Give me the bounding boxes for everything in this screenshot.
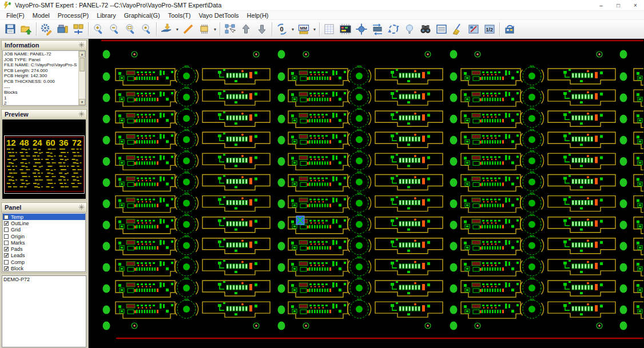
- tooling-hole[interactable]: [278, 242, 285, 250]
- flip-layer-dropdown-icon[interactable]: ▼: [174, 21, 180, 37]
- preview-thumbnail[interactable]: 124824603672: [4, 135, 85, 194]
- menu-item-model[interactable]: Model: [29, 11, 54, 20]
- move-up-button[interactable]: [238, 21, 254, 37]
- zoom-window-button[interactable]: [122, 21, 138, 37]
- export-machine-button[interactable]: [502, 21, 518, 37]
- tooling-hole[interactable]: [278, 322, 285, 330]
- tooling-hole[interactable]: [620, 285, 627, 293]
- menu-item-tools-t[interactable]: Tools(T): [164, 11, 195, 20]
- tooling-hole[interactable]: [450, 242, 458, 250]
- tooling-hole[interactable]: [103, 322, 110, 330]
- tooling-hole[interactable]: [450, 178, 458, 187]
- tooling-hole[interactable]: [450, 221, 458, 229]
- tooling-hole[interactable]: [450, 306, 458, 314]
- tooling-hole[interactable]: [103, 94, 110, 102]
- board-size-button[interactable]: [369, 21, 385, 37]
- tooling-hole[interactable]: [620, 73, 627, 81]
- import-button[interactable]: [18, 21, 34, 37]
- tooling-hole[interactable]: [450, 322, 458, 330]
- highlight-button[interactable]: [401, 21, 418, 37]
- tooling-hole[interactable]: [278, 50, 285, 59]
- board-half-1-button[interactable]: [466, 21, 482, 37]
- minimize-button[interactable]: –: [593, 0, 610, 10]
- tooling-hole[interactable]: [278, 94, 285, 102]
- board-half-2-button[interactable]: 1/2: [482, 21, 498, 37]
- tooling-hole[interactable]: [278, 199, 285, 208]
- checkbox-outline[interactable]: [4, 221, 9, 226]
- job-item-demo-p72[interactable]: DEMO-P72: [3, 277, 85, 282]
- tooling-hole[interactable]: [620, 322, 627, 330]
- tooling-hole[interactable]: [620, 263, 627, 271]
- menu-item-vayo-dettools[interactable]: Vayo DetTools: [194, 11, 243, 20]
- draw-line-button[interactable]: [180, 21, 196, 37]
- tooling-hole[interactable]: [450, 285, 458, 293]
- tooling-hole[interactable]: [450, 263, 458, 271]
- tooling-hole[interactable]: [450, 50, 458, 59]
- layer-item-marks[interactable]: Marks: [3, 239, 85, 246]
- layer-item-block[interactable]: Block: [3, 265, 85, 271]
- tooling-hole[interactable]: [450, 136, 458, 145]
- clean-button[interactable]: [450, 21, 466, 37]
- tooling-hole[interactable]: [620, 221, 627, 229]
- tooling-hole[interactable]: [103, 178, 110, 187]
- close-button[interactable]: ×: [627, 0, 644, 10]
- checkbox-comp[interactable]: [4, 260, 9, 265]
- tooling-hole[interactable]: [620, 242, 627, 250]
- menu-item-file-f[interactable]: File(F): [2, 11, 29, 20]
- checkbox-temp[interactable]: [4, 215, 9, 219]
- tooling-hole[interactable]: [278, 285, 285, 293]
- tooling-hole[interactable]: [103, 221, 110, 229]
- component-dropdown-icon[interactable]: ▼: [212, 21, 218, 37]
- tooling-hole[interactable]: [103, 242, 110, 250]
- zoom-fit-button[interactable]: [138, 21, 154, 37]
- tooling-hole[interactable]: [278, 178, 285, 187]
- tooling-hole[interactable]: [450, 73, 458, 81]
- tooling-hole[interactable]: [103, 136, 110, 145]
- tooling-hole[interactable]: [620, 306, 627, 314]
- board-view-button[interactable]: [337, 21, 353, 37]
- pin-icon[interactable]: [78, 42, 85, 48]
- component-button[interactable]: [196, 21, 212, 37]
- align-button[interactable]: [222, 21, 238, 37]
- gear-edit-button[interactable]: [38, 21, 54, 37]
- tooling-hole[interactable]: [450, 157, 458, 166]
- maximize-button[interactable]: □: [610, 0, 627, 10]
- rotate-board-button[interactable]: [385, 21, 401, 37]
- find-button[interactable]: [418, 21, 434, 37]
- move-down-button[interactable]: [254, 21, 270, 37]
- grid-sheet-button[interactable]: [321, 21, 337, 37]
- list-form-button[interactable]: [434, 21, 450, 37]
- tooling-hole[interactable]: [450, 199, 458, 208]
- tooling-hole[interactable]: [103, 50, 110, 59]
- tooling-hole[interactable]: [620, 157, 627, 166]
- menu-item-help-h[interactable]: Help(H): [243, 11, 273, 20]
- layer-item-temp[interactable]: Temp: [3, 214, 85, 220]
- menu-item-library[interactable]: Library: [93, 11, 120, 20]
- rotate-angle-button[interactable]: 0: [274, 21, 290, 37]
- feeder-button[interactable]: [54, 21, 70, 37]
- center-origin-button[interactable]: [353, 21, 369, 37]
- tooling-hole[interactable]: [278, 221, 285, 229]
- checkbox-leads[interactable]: [4, 253, 9, 258]
- tooling-hole[interactable]: [103, 115, 110, 123]
- scroll-up-icon[interactable]: ▲: [79, 51, 85, 57]
- pcb-canvas[interactable]: [89, 39, 644, 348]
- tooling-hole[interactable]: [620, 94, 627, 102]
- selected-component[interactable]: [296, 216, 304, 225]
- zoom-in-button[interactable]: [90, 21, 106, 37]
- tooling-hole[interactable]: [103, 73, 110, 81]
- tooling-hole[interactable]: [620, 136, 627, 145]
- tooling-hole[interactable]: [278, 306, 285, 314]
- tooling-hole[interactable]: [620, 178, 627, 187]
- units-mm-dropdown-icon[interactable]: ▼: [312, 21, 317, 37]
- rotate-angle-dropdown-icon[interactable]: ▼: [290, 21, 296, 37]
- tooling-hole[interactable]: [278, 73, 285, 81]
- tooling-hole[interactable]: [278, 115, 285, 123]
- menu-item-graphical-g[interactable]: Graphical(G): [120, 11, 164, 20]
- checkbox-pads[interactable]: [4, 247, 9, 251]
- layer-item-outline[interactable]: OutLine: [3, 220, 85, 226]
- menu-item-process-p[interactable]: Process(P): [54, 11, 93, 20]
- layer-item-pads[interactable]: Pads: [3, 246, 85, 252]
- scroll-down-icon[interactable]: ▼: [79, 99, 85, 105]
- flip-layer-button[interactable]: [158, 21, 174, 37]
